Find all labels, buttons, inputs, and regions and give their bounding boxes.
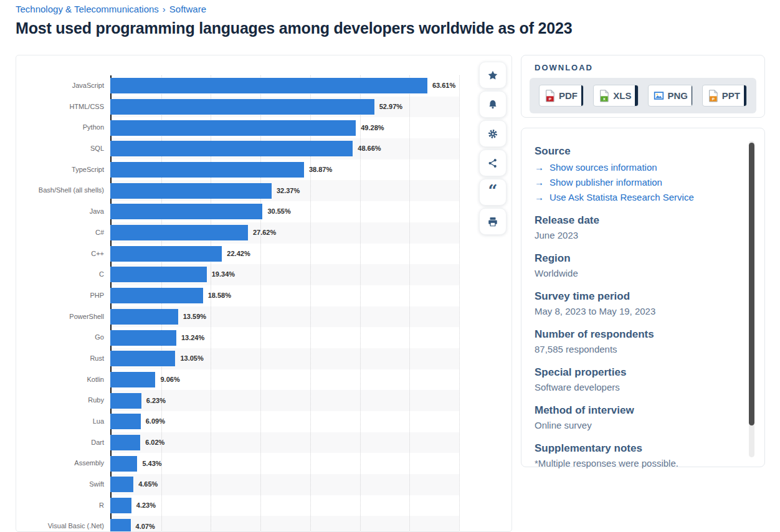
breadcrumb-subcategory-link[interactable]: Software	[169, 4, 206, 14]
bar[interactable]	[110, 183, 272, 199]
source-link[interactable]: →Use Ask Statista Research Service	[535, 192, 740, 202]
favorite-button[interactable]	[479, 62, 507, 88]
bar[interactable]	[110, 393, 141, 409]
section-heading: Special properties	[535, 366, 740, 379]
section-heading: Number of respondents	[535, 328, 740, 341]
bar[interactable]	[110, 498, 131, 513]
chart-row: TypeScript38.87%	[20, 159, 459, 181]
row-plot-area: 4.65%	[110, 474, 459, 495]
bar[interactable]	[110, 141, 353, 156]
download-format-label: PNG	[664, 90, 692, 101]
row-plot-area: 38.87%	[110, 159, 459, 181]
ppt-file-icon: P	[703, 90, 718, 102]
bar-value-label: 6.02%	[145, 435, 164, 450]
plus-icon[interactable]: +	[692, 85, 693, 107]
bar[interactable]	[110, 267, 207, 282]
bar-chart: JavaScript63.61%HTML/CSS52.97%Python49.2…	[20, 75, 459, 532]
bar-value-label: 6.23%	[146, 393, 166, 409]
bar[interactable]	[110, 120, 356, 136]
bar[interactable]	[110, 162, 304, 178]
bar-value-label: 27.62%	[253, 225, 276, 240]
breadcrumb-category-link[interactable]: Technology & Telecommunications	[16, 4, 159, 14]
scrollbar-thumb[interactable]	[749, 143, 754, 425]
notifications-button[interactable]	[479, 91, 507, 118]
category-label: Bash/Shell (all shells)	[20, 180, 110, 201]
download-ppt-button[interactable]: PPPT+	[702, 85, 747, 107]
bar[interactable]	[110, 225, 248, 240]
download-heading: DOWNLOAD	[535, 63, 593, 72]
download-format-label: PDF	[555, 90, 581, 101]
chart-row: Bash/Shell (all shells)32.37%	[20, 180, 459, 201]
section-value: May 8, 2023 to May 19, 2023	[535, 306, 740, 316]
row-plot-area: 49.28%	[110, 117, 459, 138]
chart-row: Assembly5.43%	[20, 453, 459, 474]
row-plot-area: 13.05%	[110, 348, 459, 369]
bar[interactable]	[110, 99, 374, 115]
download-png-button[interactable]: PNG+	[648, 85, 693, 107]
svg-text:P: P	[712, 97, 715, 101]
bar-value-label: 49.28%	[361, 120, 384, 136]
arrow-right-icon: →	[535, 177, 544, 188]
bar[interactable]	[110, 477, 133, 492]
row-plot-area: 32.37%	[110, 180, 459, 201]
category-label: Java	[20, 201, 110, 222]
bar[interactable]	[110, 519, 131, 532]
chart-row: C19.34%	[20, 264, 459, 285]
row-plot-area: 5.43%	[110, 453, 459, 474]
bar[interactable]	[110, 204, 262, 219]
bar[interactable]	[110, 288, 203, 303]
chart-row: Visual Basic (.Net)4.07%	[20, 516, 459, 532]
bar[interactable]	[110, 351, 175, 366]
bar[interactable]	[110, 309, 178, 325]
bar[interactable]	[110, 456, 137, 472]
download-pdf-button[interactable]: PPDF+	[539, 85, 584, 107]
bar-value-label: 48.66%	[358, 141, 381, 156]
pdf-file-icon: P	[540, 90, 555, 102]
bar[interactable]	[110, 414, 141, 429]
chart-row: C++22.42%	[20, 244, 459, 265]
plus-icon[interactable]: +	[744, 85, 747, 107]
gear-icon	[487, 128, 498, 140]
download-xls-button[interactable]: XXLS+	[593, 85, 638, 107]
source-link[interactable]: →Show sources information	[535, 162, 740, 173]
section-heading: Source	[535, 145, 740, 158]
section-value: June 2023	[535, 230, 740, 240]
chart-toolbar: “	[479, 62, 507, 237]
bar[interactable]	[110, 372, 155, 387]
plus-icon[interactable]: +	[635, 85, 638, 107]
section-value: *Multiple responses were possible.	[535, 458, 740, 468]
xls-file-icon: X	[594, 90, 609, 102]
print-button[interactable]	[479, 208, 507, 235]
source-link[interactable]: →Show publisher information	[535, 177, 740, 188]
row-plot-area: 19.34%	[110, 264, 459, 285]
category-label: Python	[20, 117, 110, 138]
category-label: HTML/CSS	[20, 97, 110, 118]
category-label: R	[20, 495, 110, 516]
bar[interactable]	[110, 330, 176, 346]
bar-value-label: 19.34%	[212, 267, 235, 282]
bar-value-label: 4.07%	[136, 519, 155, 532]
row-plot-area: 4.23%	[110, 495, 459, 516]
scrollbar-track[interactable]	[749, 141, 754, 457]
bar[interactable]	[110, 435, 140, 450]
plus-icon[interactable]: +	[581, 85, 584, 107]
category-label: PowerShell	[20, 306, 110, 328]
bar[interactable]	[110, 246, 222, 262]
category-label: Visual Basic (.Net)	[20, 516, 110, 532]
bar-value-label: 13.59%	[183, 309, 206, 325]
settings-button[interactable]	[479, 120, 507, 147]
bar-value-label: 4.65%	[138, 477, 158, 492]
chart-row: HTML/CSS52.97%	[20, 97, 459, 118]
source-panel: Source→Show sources information→Show pub…	[521, 128, 765, 467]
section-value: 87,585 respondents	[535, 344, 740, 354]
cite-button[interactable]: “	[479, 179, 507, 206]
bar[interactable]	[110, 78, 427, 93]
bar-value-label: 5.43%	[142, 456, 161, 472]
star-icon	[487, 70, 498, 81]
category-label: TypeScript	[20, 159, 110, 181]
row-plot-area: 13.24%	[110, 327, 459, 348]
gridline	[459, 75, 460, 532]
share-button[interactable]	[479, 150, 507, 176]
category-label: Kotlin	[20, 369, 110, 391]
category-label: Rust	[20, 348, 110, 369]
